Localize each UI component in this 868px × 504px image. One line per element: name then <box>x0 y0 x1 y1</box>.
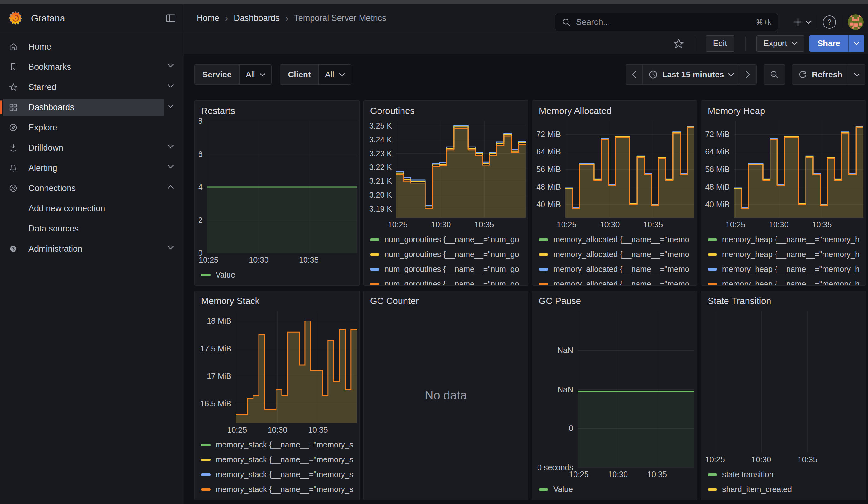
x-axis-label: 10:25 <box>705 455 725 464</box>
legend-item[interactable]: memory_heap {__name__="memory_h <box>707 232 864 247</box>
top-right-icons: ? <box>793 8 868 37</box>
time-shift-back-button[interactable] <box>626 65 642 84</box>
legend-label: memory_stack {__name__="memory_s <box>216 440 353 449</box>
sidebar-item-bookmarks[interactable]: Bookmarks <box>0 58 184 76</box>
legend-item[interactable]: memory_heap {__name__="memory_h <box>707 262 864 277</box>
y-axis-label: 3.25 K <box>364 121 392 131</box>
chevron-down-icon[interactable] <box>168 165 174 169</box>
panel-title[interactable]: Memory Stack <box>201 296 259 306</box>
sidebar-item-label: Home <box>28 42 51 52</box>
legend-swatch <box>370 253 379 256</box>
sidebar-item-label: Alerting <box>28 163 58 173</box>
legend-item[interactable]: memory_allocated {__name__="memo <box>539 232 695 247</box>
y-axis-label: 64 MiB <box>701 147 730 156</box>
legend-swatch <box>539 238 548 241</box>
chevron-down-icon[interactable] <box>168 246 174 249</box>
legend-label: memory_allocated {__name__="memo <box>553 250 689 259</box>
sidebar-item-home[interactable]: Home <box>0 38 184 55</box>
x-axis-label: 10:35 <box>647 470 667 479</box>
zoom-out-icon <box>769 70 779 79</box>
refresh-button[interactable]: Refresh <box>792 65 848 84</box>
sidebar-item-alerting[interactable]: Alerting <box>0 159 184 177</box>
legend-item[interactable]: memory_allocated {__name__="memo <box>539 277 695 286</box>
zoom-out-button[interactable] <box>764 65 785 84</box>
grafana-logo[interactable] <box>8 11 23 25</box>
edit-button[interactable]: Edit <box>706 35 734 52</box>
refresh-label: Refresh <box>812 70 843 80</box>
legend-item[interactable]: memory_stack {__name__="memory_s <box>201 482 357 497</box>
avatar[interactable] <box>848 14 864 30</box>
chevron-up-icon[interactable] <box>168 185 174 189</box>
plus-icon[interactable] <box>793 17 803 27</box>
legend-item[interactable]: Value <box>539 482 695 497</box>
legend-item[interactable]: memory_allocated {__name__="memo <box>539 262 695 277</box>
sidebar-item-drilldown[interactable]: Drilldown <box>0 139 184 157</box>
legend-item[interactable]: memory_heap {__name__="memory_h <box>707 247 864 262</box>
sidebar-item-label: Starred <box>28 82 56 92</box>
time-range-picker[interactable]: Last 15 minutes <box>642 65 740 84</box>
panel-title[interactable]: Restarts <box>201 106 235 116</box>
panel-title[interactable]: Memory Allocated <box>539 106 612 116</box>
panel-title[interactable]: State Transition <box>707 296 772 306</box>
legend-label: memory_allocated {__name__="memo <box>553 235 689 244</box>
variable-client[interactable]: Client All <box>280 64 351 85</box>
legend-item[interactable]: num_goroutines {__name__="num_go <box>370 262 526 277</box>
brand-label: Grafana <box>31 13 165 24</box>
share-menu-button[interactable] <box>848 35 864 52</box>
search-input[interactable]: Search... ⌘+k <box>555 13 778 31</box>
panel-memory-heap: Memory Heap40 MiB48 MiB56 MiB64 MiB72 Mi… <box>701 101 866 286</box>
sidebar-item-highlight <box>3 240 164 258</box>
help-icon[interactable]: ? <box>823 16 836 29</box>
legend-item[interactable]: memory_heap {__name__="memory_h <box>707 277 864 286</box>
variable-service[interactable]: Service All <box>194 64 272 85</box>
panel-title[interactable]: Goroutines <box>370 106 415 116</box>
sidebar-item-data-sources[interactable]: Data sources <box>0 220 184 237</box>
panel-toggle-icon[interactable] <box>165 13 176 24</box>
chevron-down-icon[interactable] <box>806 20 811 24</box>
time-shift-forward-button[interactable] <box>740 65 756 84</box>
clock-icon <box>648 70 658 79</box>
legend-item[interactable]: shard_item_created <box>707 482 864 497</box>
chevron-down-icon[interactable] <box>168 145 174 148</box>
x-axis-label: 10:35 <box>643 220 663 229</box>
legend-item[interactable]: num_goroutines {__name__="num_go <box>370 247 526 262</box>
chart-plot <box>207 121 356 253</box>
panel-state-transition: State Transition10:2510:3010:35state tra… <box>701 290 866 500</box>
sidebar-item-starred[interactable]: Starred <box>0 78 184 96</box>
breadcrumb-home[interactable]: Home <box>197 13 219 23</box>
legend-item[interactable]: memory_allocated {__name__="memo <box>539 247 695 262</box>
sidebar-item-connections[interactable]: Connections <box>0 179 184 197</box>
refresh-interval-button[interactable] <box>848 65 865 84</box>
legend-item[interactable]: memory_stack {__name__="memory_s <box>201 438 357 452</box>
sidebar-item-add-new-connection[interactable]: Add new connection <box>0 199 184 217</box>
legend-label: num_goroutines {__name__="num_go <box>384 279 519 286</box>
legend-item[interactable]: num_goroutines {__name__="num_go <box>370 232 526 247</box>
star-icon[interactable] <box>673 38 684 49</box>
panel-title[interactable]: Memory Heap <box>707 106 765 116</box>
legend-label: Value <box>216 270 235 279</box>
chevron-down-icon[interactable] <box>168 64 174 68</box>
y-axis-label: 64 MiB <box>533 147 561 156</box>
chevron-down-icon[interactable] <box>168 84 174 88</box>
breadcrumb-dashboards[interactable]: Dashboards <box>234 13 280 23</box>
sidebar-item-administration[interactable]: Administration <box>0 240 184 258</box>
x-axis-label: 10:25 <box>557 220 577 229</box>
y-axis-label: 16.5 MiB <box>195 399 231 408</box>
legend-item[interactable]: memory_stack {__name__="memory_s <box>201 452 357 467</box>
sidebar-item-highlight <box>3 159 164 177</box>
edit-label: Edit <box>713 39 727 48</box>
share-button[interactable]: Share <box>809 35 848 52</box>
panel-title[interactable]: GC Pause <box>539 296 581 306</box>
sidebar-item-highlight <box>3 58 164 76</box>
chevron-down-icon[interactable] <box>168 104 174 108</box>
export-button[interactable]: Export <box>756 35 804 52</box>
sidebar-item-dashboards[interactable]: Dashboards <box>0 99 184 116</box>
legend-item[interactable]: num_goroutines {__name__="num_go <box>370 277 526 286</box>
sidebar-item-explore[interactable]: Explore <box>0 119 184 136</box>
legend-item[interactable]: state transition <box>707 467 864 482</box>
x-axis-label: 10:35 <box>299 256 319 265</box>
chevron-down-icon <box>854 73 859 76</box>
legend-item[interactable]: memory_stack {__name__="memory_s <box>201 467 357 482</box>
legend-item[interactable]: Value <box>201 267 357 282</box>
legend: Value <box>201 267 357 286</box>
